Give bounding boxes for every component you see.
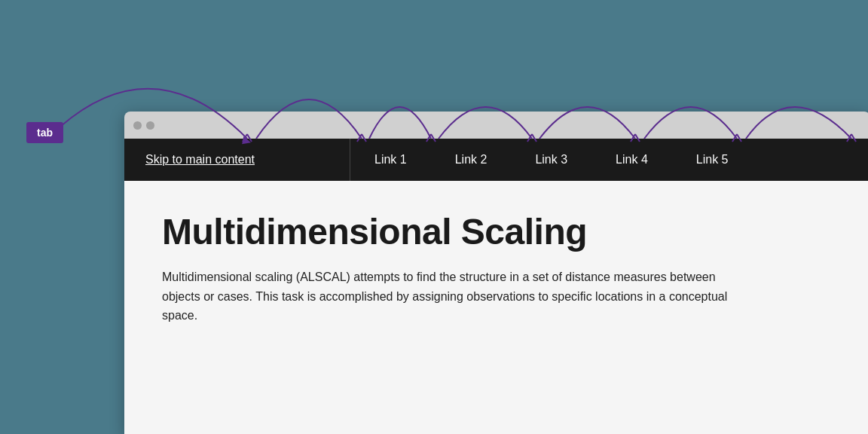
skip-to-main-content-link[interactable]: Skip to main content bbox=[124, 139, 350, 181]
page-description: Multidimensional scaling (ALSCAL) attemp… bbox=[162, 267, 750, 326]
nav-link-2[interactable]: Link 2 bbox=[431, 139, 512, 181]
nav-link-5[interactable]: Link 5 bbox=[672, 139, 753, 181]
nav-bar: Skip to main content Link 1 Link 2 Link … bbox=[124, 139, 868, 181]
nav-link-3[interactable]: Link 3 bbox=[511, 139, 591, 181]
browser-dot-2 bbox=[146, 121, 154, 130]
nav-link-1[interactable]: Link 1 bbox=[350, 139, 431, 181]
page-title: Multidimensional Scaling bbox=[162, 211, 833, 252]
nav-links: Link 1 Link 2 Link 3 Link 4 Link 5 bbox=[350, 139, 868, 181]
tab-key-indicator: tab bbox=[26, 122, 63, 143]
browser-window: Skip to main content Link 1 Link 2 Link … bbox=[124, 112, 868, 434]
browser-chrome bbox=[124, 112, 868, 139]
browser-dot-1 bbox=[133, 121, 142, 130]
nav-link-4[interactable]: Link 4 bbox=[591, 139, 672, 181]
main-content: Multidimensional Scaling Multidimensiona… bbox=[124, 181, 868, 434]
